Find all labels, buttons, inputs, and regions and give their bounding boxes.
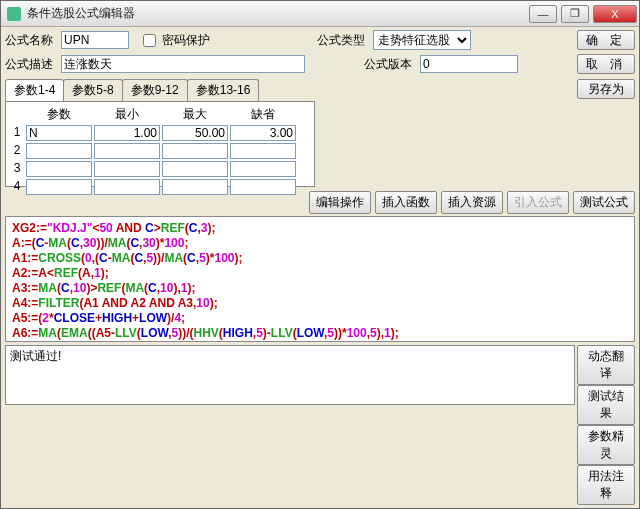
tab-param-9-12[interactable]: 参数9-12 xyxy=(122,79,188,101)
dynamic-translate-button[interactable]: 动态翻译 xyxy=(577,345,635,385)
type-select[interactable]: 走势特征选股 xyxy=(373,30,471,50)
param-hd-min: 最小 xyxy=(94,106,160,123)
insert-res-button[interactable]: 插入资源 xyxy=(441,191,503,214)
app-icon xyxy=(7,7,21,21)
param-idx: 2 xyxy=(10,143,24,159)
param-name-cell[interactable] xyxy=(26,161,92,177)
param-tabs: 参数1-4 参数5-8 参数9-12 参数13-16 xyxy=(5,79,319,101)
ver-label: 公式版本 xyxy=(364,56,416,73)
param-hd-def: 缺省 xyxy=(230,106,296,123)
desc-label: 公式描述 xyxy=(5,56,57,73)
maximize-button[interactable]: ❐ xyxy=(561,5,589,23)
pwd-checkbox[interactable] xyxy=(143,34,156,47)
param-idx: 3 xyxy=(10,161,24,177)
tab-param-1-4[interactable]: 参数1-4 xyxy=(5,79,64,101)
param-name-cell[interactable]: N xyxy=(26,125,92,141)
editor-toolbar: 编辑操作 插入函数 插入资源 引入公式 测试公式 xyxy=(1,187,639,216)
close-button[interactable]: X xyxy=(593,5,637,23)
name-input[interactable] xyxy=(61,31,129,49)
param-hd-name: 参数 xyxy=(26,106,92,123)
name-label: 公式名称 xyxy=(5,32,57,49)
type-label: 公式类型 xyxy=(317,32,369,49)
param-min-cell[interactable] xyxy=(94,143,160,159)
titlebar[interactable]: 条件选股公式编辑器 — ❐ X xyxy=(1,1,639,27)
ver-input[interactable] xyxy=(420,55,518,73)
param-min-cell[interactable] xyxy=(94,161,160,177)
cancel-button[interactable]: 取 消 xyxy=(577,54,635,74)
param-corner xyxy=(10,106,24,123)
param-max-cell[interactable] xyxy=(162,161,228,177)
insert-func-button[interactable]: 插入函数 xyxy=(375,191,437,214)
pwd-label: 密码保护 xyxy=(162,32,210,49)
param-name-cell[interactable] xyxy=(26,143,92,159)
param-min-cell[interactable]: 1.00 xyxy=(94,125,160,141)
ok-button[interactable]: 确 定 xyxy=(577,30,635,50)
param-hd-max: 最大 xyxy=(162,106,228,123)
tab-param-5-8[interactable]: 参数5-8 xyxy=(63,79,122,101)
param-def-cell[interactable]: 3.00 xyxy=(230,125,296,141)
param-max-cell[interactable] xyxy=(162,143,228,159)
test-result-button[interactable]: 测试结果 xyxy=(577,385,635,425)
import-button[interactable]: 引入公式 xyxy=(507,191,569,214)
saveas-button[interactable]: 另存为 xyxy=(577,79,635,99)
param-idx: 1 xyxy=(10,125,24,141)
param-def-cell[interactable] xyxy=(230,161,296,177)
param-max-cell[interactable]: 50.00 xyxy=(162,125,228,141)
form-area: 公式名称 密码保护 公式类型 走势特征选股 确 定 公式描述 公式版本 取 消 xyxy=(1,27,639,77)
code-editor[interactable]: XG2:="KDJ.J"<50 AND C>REF(C,3);A:=(C-MA(… xyxy=(5,216,635,342)
test-button[interactable]: 测试公式 xyxy=(573,191,635,214)
param-def-cell[interactable] xyxy=(230,143,296,159)
tab-param-13-16[interactable]: 参数13-16 xyxy=(187,79,260,101)
minimize-button[interactable]: — xyxy=(529,5,557,23)
desc-input[interactable] xyxy=(61,55,305,73)
window-title: 条件选股公式编辑器 xyxy=(27,5,525,22)
message-box[interactable]: 测试通过! xyxy=(5,345,575,405)
param-wizard-button[interactable]: 参数精灵 xyxy=(577,425,635,465)
usage-note-button[interactable]: 用法注释 xyxy=(577,465,635,505)
edit-op-button[interactable]: 编辑操作 xyxy=(309,191,371,214)
param-panel: 参数最小最大缺省1N1.0050.003.00234 xyxy=(5,101,315,187)
editor-window: 条件选股公式编辑器 — ❐ X 公式名称 密码保护 公式类型 走势特征选股 确 … xyxy=(0,0,640,509)
side-buttons: 动态翻译 测试结果 参数精灵 用法注释 xyxy=(577,345,635,505)
